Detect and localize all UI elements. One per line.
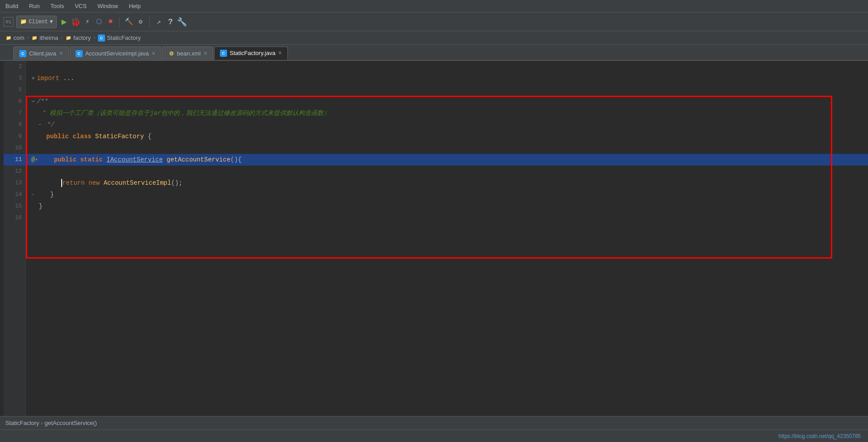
breadcrumb-top: 📁 com › 📁 itheima › 📁 factory › C Static…	[0, 31, 868, 45]
line-num-5: 5	[4, 84, 25, 96]
fold-icon-6[interactable]: −	[31, 96, 35, 107]
code-line-12	[26, 166, 868, 177]
stop-button[interactable]: ■	[106, 17, 115, 26]
brace-15: }	[39, 200, 42, 212]
space-11c	[163, 154, 166, 166]
breadcrumb-staticfactory[interactable]: C StaticFactory	[98, 34, 141, 42]
breadcrumb-com[interactable]: 📁 com	[5, 34, 25, 41]
debug-button[interactable]: 🐞	[71, 17, 80, 26]
indent-14	[35, 189, 51, 200]
tab-staticfactory-java[interactable]: C StaticFactory.java ✕	[214, 47, 288, 60]
client-selector[interactable]: 📁 Client ▼	[16, 16, 57, 28]
line-num-10: 10	[4, 142, 25, 154]
public-kw-11: public	[54, 154, 76, 166]
accountserviceimpl-name: AccountServiceImpl	[104, 177, 171, 189]
java-icon-accountserviceimpl: C	[76, 50, 83, 57]
code-line-6: −/**	[26, 96, 868, 107]
java-icon-client: C	[19, 50, 26, 57]
breadcrumb-com-label: com	[13, 34, 25, 41]
line-num-12: 12	[4, 166, 25, 177]
static-kw: static	[80, 154, 102, 166]
fold-icon-8[interactable]: −	[38, 119, 42, 131]
status-sep: ›	[41, 420, 43, 426]
code-line-5	[26, 84, 868, 96]
breadcrumb-itheima-label: itheima	[39, 34, 58, 41]
menu-tools[interactable]: Tools	[49, 2, 66, 10]
edit-configs-button[interactable]: ⚙	[136, 17, 145, 26]
line-num-15: 15	[4, 200, 25, 212]
run-button[interactable]: ▶	[59, 17, 68, 26]
indent-13	[31, 177, 61, 189]
code-line-10	[26, 142, 868, 154]
tab-staticfactory-close[interactable]: ✕	[278, 50, 282, 56]
profile-button[interactable]: ⬡	[94, 17, 103, 26]
menu-window[interactable]: Window	[96, 2, 120, 10]
tab-accountserviceimpl-label: AccountServiceImpl.java	[85, 50, 149, 57]
fold-icon-3[interactable]: +	[31, 72, 35, 84]
code-line-15: }	[26, 200, 868, 212]
breadcrumb-factory-label: factory	[73, 34, 91, 41]
public-kw-9: public	[46, 131, 69, 142]
line-num-14: 14	[4, 189, 25, 200]
breadcrumb-factory[interactable]: 📁 factory	[65, 34, 91, 41]
xml-icon-bean: ⚙	[168, 51, 174, 57]
tab-bean-xml[interactable]: ⚙ bean.xml ✕	[162, 47, 213, 60]
menu-help[interactable]: Help	[127, 2, 143, 10]
menu-build[interactable]: Build	[4, 2, 20, 10]
line-numbers: 2 3 5 6 7 8 9 10 11 12 13 14 15 16	[4, 61, 26, 416]
code-line-14: − }	[26, 189, 868, 200]
code-line-16	[26, 212, 868, 224]
brace-9: {	[144, 131, 152, 142]
indent-15	[31, 200, 39, 212]
help-button[interactable]: ?	[166, 17, 175, 26]
breadcrumb-sep-1: ›	[26, 34, 30, 41]
paren-13: ();	[171, 177, 182, 189]
indent-11	[39, 154, 54, 166]
tab-accountserviceimpl-close[interactable]: ✕	[152, 51, 156, 56]
folder-icon-com: 📁	[5, 35, 12, 41]
iaccountservice-type: IAccountService	[106, 154, 163, 166]
menu-vcs[interactable]: VCS	[73, 2, 88, 10]
code-line-7: * 模拟一个工厂类（该类可能是存在于jar包中的，我们无法通过修改源码的方式来提…	[26, 107, 868, 119]
breadcrumb-sep-3: ›	[93, 34, 96, 41]
line-num-8: 8	[4, 119, 25, 131]
comment-star-line7: *	[38, 107, 50, 119]
space-13b	[100, 177, 103, 189]
code-line-13: return new AccountServiceImpl();	[26, 177, 868, 189]
line-num-16: 16	[4, 212, 25, 224]
code-editor[interactable]: +import ... −/** * 模拟一个工厂类（该类可能是存在于jar包中…	[26, 61, 868, 416]
status-url[interactable]: https://blog.csdn.net/qq_42350785	[779, 433, 861, 439]
tab-client-close[interactable]: ✕	[59, 51, 63, 56]
comment-jar: jar	[150, 107, 161, 119]
build-button[interactable]: 🔨	[124, 17, 133, 26]
at-sign-11: @	[31, 154, 35, 166]
tab-client-java[interactable]: C Client.java ✕	[13, 47, 69, 60]
number-indicator-icon: 01	[4, 17, 13, 27]
line-num-6: 6	[4, 96, 25, 107]
breadcrumb-itheima[interactable]: 📁 itheima	[31, 34, 58, 41]
settings-button[interactable]: 🔧	[177, 17, 186, 26]
space-13a	[85, 177, 88, 189]
tab-accountserviceimpl-java[interactable]: C AccountServiceImpl.java ✕	[70, 47, 161, 60]
space-9b	[91, 131, 95, 142]
tab-bean-label: bean.xml	[177, 50, 201, 57]
folder-icon: 📁	[20, 18, 27, 25]
space-9a	[69, 131, 72, 142]
tab-staticfactory-label: StaticFactory.java	[230, 50, 275, 56]
paren-11: (){	[231, 154, 242, 166]
return-kw: return	[62, 177, 84, 189]
menu-run[interactable]: Run	[27, 2, 42, 10]
code-editor-container: 2 3 5 6 7 8 9 10 11 12 13 14 15 16 +impo…	[0, 61, 868, 416]
fold-icon-11[interactable]: ▾	[35, 154, 38, 166]
line-num-13: 13	[4, 177, 25, 189]
indent-9	[31, 131, 46, 142]
breadcrumb-bottom: StaticFactory › getAccountService()	[0, 416, 868, 429]
comment-text-cn2: 包中的，我们无法通过修改源码的方式来提供默认构造函数）	[161, 107, 330, 119]
coverage-button[interactable]: ⚡	[83, 17, 92, 26]
import-ellipsis: ...	[63, 72, 74, 84]
menu-bar: Build Run Tools VCS Window Help	[0, 0, 868, 13]
jump-source-button[interactable]: ↗	[154, 17, 163, 26]
tab-bean-close[interactable]: ✕	[203, 51, 207, 56]
line-num-11: 11	[4, 154, 25, 166]
fold-icon-14[interactable]: −	[31, 189, 34, 200]
